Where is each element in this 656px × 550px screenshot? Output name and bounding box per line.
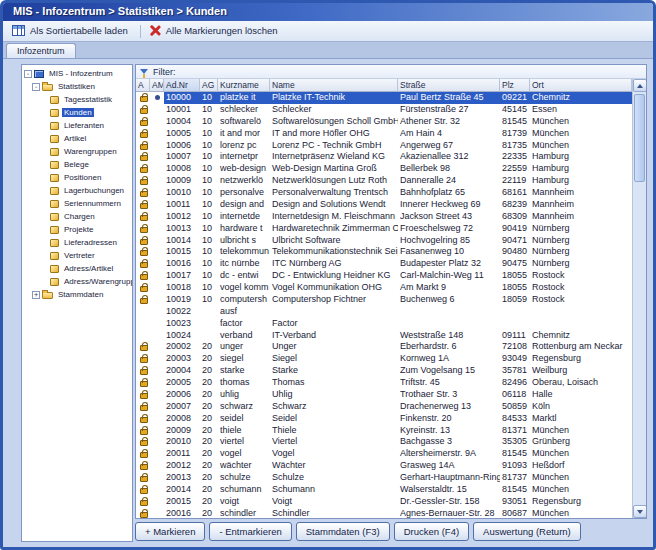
cell-ag: 10 — [200, 258, 218, 270]
scroll-up-button[interactable] — [633, 79, 646, 92]
scrollbar-thumb[interactable] — [634, 94, 645, 182]
table-row[interactable]: 1000810web-designWeb-Design Martina Groß… — [136, 163, 646, 175]
table-row[interactable]: 2000620uhligUhligTrothaer Str. 306118Hal… — [136, 389, 646, 401]
table-row[interactable]: 2001520voigtVoigtDr.-Gessler-Str. 158930… — [136, 496, 646, 508]
table-row[interactable]: 1001610itc nürnbeITC Nürnberg AGBudapest… — [136, 258, 646, 270]
cell-ag: 10 — [200, 282, 218, 294]
column-header-kurzname[interactable]: Kurzname — [218, 79, 270, 92]
cell-ag: 10 — [200, 175, 218, 187]
table-row[interactable]: 2001620schindlerSchindlerAgnes-Bernauer-… — [136, 508, 646, 518]
table-row[interactable]: 2000720schwarzSchwarzDrachenerweg 135085… — [136, 401, 646, 413]
table-row[interactable]: 1000710internetprInternetpräsenz Wieland… — [136, 151, 646, 163]
filter-bar[interactable]: Filter: — [136, 65, 646, 79]
cell-ag: 10 — [200, 128, 218, 140]
column-header-ort[interactable]: Ort — [530, 79, 632, 92]
column-header-ag[interactable]: AG — [200, 79, 218, 92]
table-row[interactable]: 2001420schumannSchumannWalserstaldtr. 15… — [136, 484, 646, 496]
tree-item-artikel[interactable]: Artikel — [22, 132, 132, 145]
table-row[interactable]: 2000420starkeStarkeZum Vogelsang 1535781… — [136, 365, 646, 377]
markieren-button[interactable]: + Markieren — [135, 522, 205, 541]
cell-plz: 84533 — [500, 413, 530, 425]
lock-icon — [140, 452, 148, 458]
table-row[interactable]: 1000610lorenz pcLorenz PC - Technik GmbH… — [136, 140, 646, 152]
cell-kurzname: internetde — [218, 211, 270, 223]
table-row[interactable]: 10024verbandIT-VerbandWeststraße 1480911… — [136, 330, 646, 342]
table-row[interactable]: 1001510telekommunTelekommunikationstechn… — [136, 246, 646, 258]
tree-item-stammdaten[interactable]: +Stammdaten — [22, 288, 132, 301]
tree-item-warengruppen[interactable]: Warengruppen — [22, 145, 132, 158]
tree-item-chargen[interactable]: Chargen — [22, 210, 132, 223]
entmarkieren-button[interactable]: - Entmarkieren — [209, 522, 291, 541]
table-row[interactable]: 2000520thomasThomasTriftstr. 4582496Ober… — [136, 377, 646, 389]
load-sort-table-button[interactable]: Als Sortiertabelle laden — [7, 22, 136, 40]
tree-item-belege[interactable]: Belege — [22, 158, 132, 171]
table-row[interactable]: 1000110schleckerSchleckerFürstenstraße 2… — [136, 104, 646, 116]
table-row[interactable]: 1001410ulbricht sUlbricht SoftwareHochvo… — [136, 235, 646, 247]
table-row[interactable]: 2000320siegelSiegelKornweg 1A93049Regens… — [136, 353, 646, 365]
table-row[interactable]: 1000010platzke itPlatzke IT-TechnikPaul … — [136, 92, 646, 104]
table-row[interactable]: 2001320schulzeSchulzeGerhart-Hauptmann-R… — [136, 472, 646, 484]
tree-item-statistiken[interactable]: -Statistiken — [22, 80, 132, 93]
lock-icon — [140, 108, 148, 114]
tree-item-kunden[interactable]: Kunden — [22, 106, 132, 119]
tree-item-adress-artikel[interactable]: Adress/Artikel — [22, 262, 132, 275]
table-row[interactable]: 2000920thieleThieleKyreinstr. 1381371Mün… — [136, 425, 646, 437]
column-header-a[interactable]: A — [136, 79, 150, 92]
scroll-down-button[interactable] — [633, 505, 646, 518]
cell-kurzname: telekommun — [218, 246, 270, 258]
collapse-icon[interactable]: - — [32, 83, 40, 91]
cell-name: IT-Verband — [270, 330, 398, 342]
table-row[interactable]: 2000220ungerUngerEberhardstr. 672108Rott… — [136, 341, 646, 353]
column-header-strase[interactable]: Straße — [398, 79, 500, 92]
table-row[interactable]: 1001110design andDesign and Solutions We… — [136, 199, 646, 211]
table-row[interactable]: 10023factorFactor — [136, 318, 646, 330]
vertical-scrollbar[interactable] — [632, 79, 646, 518]
tab-infozentrum[interactable]: Infozentrum — [6, 43, 76, 58]
tree-item-label: MIS - Infozentrum — [47, 69, 115, 78]
cell-kurzname: schlecker — [218, 104, 270, 116]
table-row[interactable]: 2001120vogelVogelAltersheimerstr. 9A8154… — [136, 448, 646, 460]
table-row[interactable]: 1000410softwarelöSoftwarelösungen Scholl… — [136, 116, 646, 128]
cell-ort: Chemnitz — [530, 330, 646, 342]
cell-name: Schulze — [270, 472, 398, 484]
table-row[interactable]: 1000510it and morIT and more Höfler OHGA… — [136, 128, 646, 140]
column-header-am[interactable]: AM — [150, 79, 164, 92]
drucken-f4-button[interactable]: Drucken (F4) — [394, 522, 469, 541]
tree-item-tagesstatistik[interactable]: Tagesstatistik — [22, 93, 132, 106]
table-row[interactable]: 2001220wächterWächterGrasweg 14A91093Heß… — [136, 460, 646, 472]
tree-item-lagerbuchungen[interactable]: Lagerbuchungen — [22, 184, 132, 197]
cell-marker — [150, 92, 164, 104]
auswertung-return-button[interactable]: Auswertung (Return) — [473, 522, 581, 541]
table-row[interactable]: 2000820seidelSeidelFinkenstr. 2084533Mar… — [136, 413, 646, 425]
tree-item-positionen[interactable]: Positionen — [22, 171, 132, 184]
tree-item-lieferadressen[interactable]: Lieferadressen — [22, 236, 132, 249]
table-row[interactable]: 1001810vogel kommVogel Kommunikation OHG… — [136, 282, 646, 294]
cell-marker — [150, 116, 164, 128]
table-row[interactable]: 10022ausf — [136, 306, 646, 318]
titlebar[interactable]: MIS - Infozentrum > Statistiken > Kunden — [3, 3, 653, 21]
cell-strasse: Paul Bertz Straße 45 — [398, 92, 500, 104]
lock-icon — [140, 191, 148, 197]
expand-icon[interactable]: + — [32, 291, 40, 299]
tree-item-lieferanten[interactable]: Lieferanten — [22, 119, 132, 132]
table-row[interactable]: 1001010personalvePersonalverwaltung Tren… — [136, 187, 646, 199]
table-row[interactable]: 1001710dc - entwiDC - Entwicklung Heidne… — [136, 270, 646, 282]
tree-item-seriennummern[interactable]: Seriennummern — [22, 197, 132, 210]
column-header-ad-nr[interactable]: Ad.Nr — [164, 79, 200, 92]
table-row[interactable]: 1001310hardware tHardwaretechnik Zimmerm… — [136, 223, 646, 235]
table-row[interactable]: 2001020viertelViertelBachgasse 335305Grü… — [136, 436, 646, 448]
tree-item-vertreter[interactable]: Vertreter — [22, 249, 132, 262]
table-row[interactable]: 1001210internetdeInternetdesign M. Fleis… — [136, 211, 646, 223]
clear-all-marks-button[interactable]: Alle Markierungen löschen — [145, 22, 286, 40]
cell-plz: 18055 — [500, 270, 530, 282]
tree-item-adress-warengruppen[interactable]: Adress/Warengruppen — [22, 275, 132, 288]
app-window: MIS - Infozentrum > Statistiken > Kunden… — [0, 0, 656, 550]
table-row[interactable]: 1001910computershComputershop FichtnerBu… — [136, 294, 646, 306]
tree-item-mis-infozentrum[interactable]: -MIS - Infozentrum — [22, 67, 132, 80]
collapse-icon[interactable]: - — [24, 70, 32, 78]
table-row[interactable]: 1000910netzwerklöNetzwerklösungen Lutz R… — [136, 175, 646, 187]
column-header-name[interactable]: Name — [270, 79, 398, 92]
column-header-plz[interactable]: Plz — [500, 79, 530, 92]
tree-item-projekte[interactable]: Projekte — [22, 223, 132, 236]
stammdaten-f3-button[interactable]: Stammdaten (F3) — [296, 522, 390, 541]
